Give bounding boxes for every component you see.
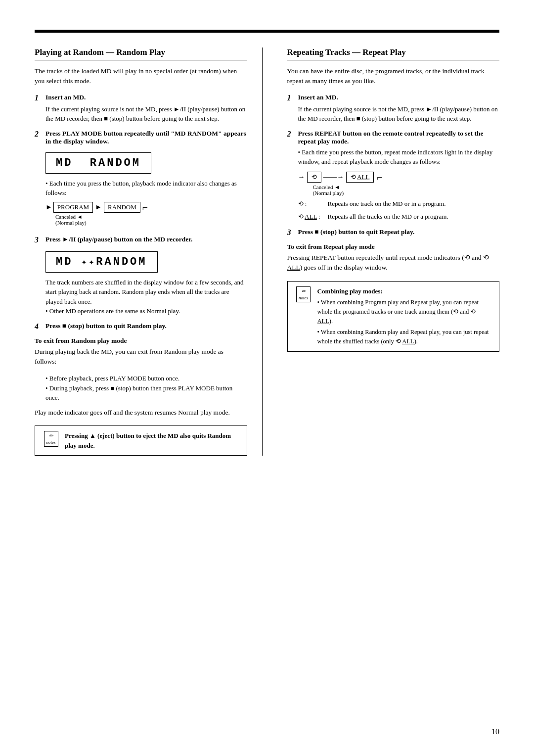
left-notes-content: Pressing ▲ (eject) button to eject the M… <box>65 431 240 451</box>
notes-label: notes <box>46 440 56 445</box>
right-note-2: • When combining Random play and Repeat … <box>317 328 492 346</box>
right-notes-box: ✏ notes Combining play modes: • When com… <box>287 281 500 352</box>
md-random-display: MD RANDOM <box>45 152 151 174</box>
all-text-exit: ALL <box>287 264 300 271</box>
all-inline-2: ALL <box>402 338 414 345</box>
md-random-animated-display: MD ✦✦RANDOM <box>45 251 158 273</box>
repeat-bracket: ⌐ <box>377 172 382 183</box>
repeat-canceled-row: Canceled ◄ <box>313 184 500 190</box>
repeat-desc-1: Repeats one track on the MD or in a prog… <box>328 199 446 209</box>
step-3-body: The track numbers are shuffled in the di… <box>45 278 247 307</box>
left-notes-icon: ✏ notes <box>42 431 60 451</box>
right-notes-icon-inner: ✏ notes <box>296 286 311 303</box>
left-notes-box: ✏ notes Pressing ▲ (eject) button to eje… <box>35 425 247 456</box>
step-2-left: 2 Press PLAY MODE button repeatedly unti… <box>35 130 247 230</box>
flow-diagram: ► PROGRAM ► RANDOM ⌐ Canceled ◄ (Normal … <box>45 202 148 226</box>
flow-canceled-row: Canceled ◄ <box>55 214 148 220</box>
step-2-right-title: Press REPEAT button on the remote contro… <box>298 130 500 145</box>
exit-repeat-body: Pressing REPEAT button repeatedly until … <box>287 253 500 273</box>
step-4-left: 4 Press ■ (stop) button to quit Random p… <box>35 322 247 331</box>
repeat-normal-label: (Normal play) <box>313 190 500 196</box>
step-1-right-title: Insert an MD. <box>298 94 338 101</box>
exit-repeat-title: To exit from Repeat play mode <box>287 243 500 251</box>
repeat-symbol-one-box: ⟲ <box>307 172 321 183</box>
step-2-right-header: 2 Press REPEAT button on the remote cont… <box>287 130 500 145</box>
right-note-1: • When combining Program play and Repeat… <box>317 298 492 326</box>
repeat-symbol-all-box: ⟲ ALL <box>346 172 374 183</box>
exit-bullet-1: Before playback, press PLAY MODE button … <box>45 374 247 383</box>
notes-pencil-icon: ✏ <box>49 433 53 438</box>
flow-program-box: PROGRAM <box>53 202 93 213</box>
repeat-arrow-start: → <box>298 173 305 181</box>
exit-random-bullets: Before playback, press PLAY MODE button … <box>45 374 247 403</box>
all-underline: ALL <box>357 173 369 181</box>
right-notes-title: Combining play modes: <box>317 286 492 296</box>
exit-random-footer: Play mode indicator goes off and the sys… <box>35 408 247 418</box>
canceled-label: Canceled ◄ <box>55 214 83 220</box>
flow-normal-label: (Normal play) <box>55 220 148 226</box>
step-3-bullet-1: Other MD operations are the same as Norm… <box>45 306 247 316</box>
right-notes-pencil-icon: ✏ <box>302 288 306 294</box>
left-notes-icon-inner: ✏ notes <box>44 431 58 447</box>
step-3-header: 3 Press ►/II (play/pause) button on the … <box>35 236 247 244</box>
flow-bracket: ⌐ <box>142 202 148 213</box>
repeat-icon-2: ⟲ ALL : <box>298 212 323 222</box>
flow-random-box: RANDOM <box>104 202 140 213</box>
step-4-num: 4 <box>35 322 43 331</box>
repeat-row-2: ⟲ ALL : Repeats all the tracks on the MD… <box>298 212 500 222</box>
repeat-diagram: → ⟲ ——→ ⟲ ALL ⌐ Canceled ◄ (Normal play) <box>298 172 500 196</box>
step-2-right: 2 Press REPEAT button on the remote cont… <box>287 130 500 223</box>
repeat-arrow-mid: ——→ <box>323 173 344 181</box>
left-column: Playing at Random — Random Play The trac… <box>35 47 263 456</box>
sparkle-icon: ✦✦ <box>82 257 96 267</box>
step-3-title: Press ►/II (play/pause) button on the MD… <box>45 236 192 243</box>
exit-random-title: To exit from Random play mode <box>35 337 247 345</box>
step-1-header: 1 Insert an MD. <box>35 94 247 102</box>
repeat-row-1: ⟲ : Repeats one track on the MD or in a … <box>298 199 500 209</box>
step-3-right-num: 3 <box>287 228 295 237</box>
step-2-header: 2 Press PLAY MODE button repeatedly unti… <box>35 130 247 145</box>
two-column-layout: Playing at Random — Random Play The trac… <box>35 47 499 456</box>
step-2-num: 2 <box>35 130 43 139</box>
right-notes-label: notes <box>299 295 308 300</box>
repeat-desc-2: Repeats all the tracks on the MD or a pr… <box>328 212 448 222</box>
step-4-header: 4 Press ■ (stop) button to quit Random p… <box>35 322 247 331</box>
step-2-right-bullet-intro: • Each time you press the button, repeat… <box>298 147 500 167</box>
step-1-title: Insert an MD. <box>45 94 86 101</box>
step-1-right-header: 1 Insert an MD. <box>287 94 500 102</box>
step-1-left: 1 Insert an MD. If the current playing s… <box>35 94 247 124</box>
repeat-icon-1: ⟲ : <box>298 199 323 209</box>
step-3-right: 3 Press ■ (stop) button to quit Repeat p… <box>287 228 500 237</box>
page-container: Playing at Random — Random Play The trac… <box>0 0 534 756</box>
page-number: 10 <box>491 727 499 736</box>
repeat-flow-row: → ⟲ ——→ ⟲ ALL ⌐ <box>298 172 500 183</box>
step-1-num: 1 <box>35 94 43 102</box>
step-2-right-num: 2 <box>287 130 295 139</box>
right-column: Repeating Tracks — Repeat Play You can h… <box>282 47 500 456</box>
right-notes-icon: ✏ notes <box>295 286 312 346</box>
flow-arrow-mid: ► <box>95 203 102 211</box>
left-intro: The tracks of the loaded MD will play in… <box>35 66 247 87</box>
exit-bullet-2: During playback, press ■ (stop) button t… <box>45 383 247 403</box>
left-notes-text: Pressing ▲ (eject) button to eject the M… <box>65 432 231 449</box>
right-notes-bullets: • When combining Program play and Repeat… <box>317 298 492 346</box>
step-4-title: Press ■ (stop) button to quit Random pla… <box>45 322 167 330</box>
step-1-right-num: 1 <box>287 94 295 102</box>
top-border <box>35 30 499 33</box>
step-3-left: 3 Press ►/II (play/pause) button on the … <box>35 236 247 316</box>
step-2-bullet-intro: • Each time you press the button, playba… <box>45 179 247 198</box>
flow-row: ► PROGRAM ► RANDOM ⌐ <box>45 202 148 213</box>
exit-random-body: During playing back the MD, you can exit… <box>35 347 247 367</box>
exit-repeat-section: To exit from Repeat play mode Pressing R… <box>287 243 500 273</box>
step-3-num: 3 <box>35 236 43 244</box>
left-section-title: Playing at Random — Random Play <box>35 47 247 60</box>
right-section-title: Repeating Tracks — Repeat Play <box>287 47 500 60</box>
right-intro: You can have the entire disc, the progra… <box>287 66 500 87</box>
step-2-title: Press PLAY MODE button repeatedly until … <box>45 130 247 145</box>
step-1-body: If the current playing source is not the… <box>45 104 247 124</box>
flow-arrow-start: ► <box>45 203 52 211</box>
step-3-bullets: Other MD operations are the same as Norm… <box>45 306 247 316</box>
right-notes-content: Combining play modes: • When combining P… <box>317 286 492 346</box>
step-3-right-header: 3 Press ■ (stop) button to quit Repeat p… <box>287 228 500 237</box>
exit-random-section: To exit from Random play mode During pla… <box>35 337 247 418</box>
